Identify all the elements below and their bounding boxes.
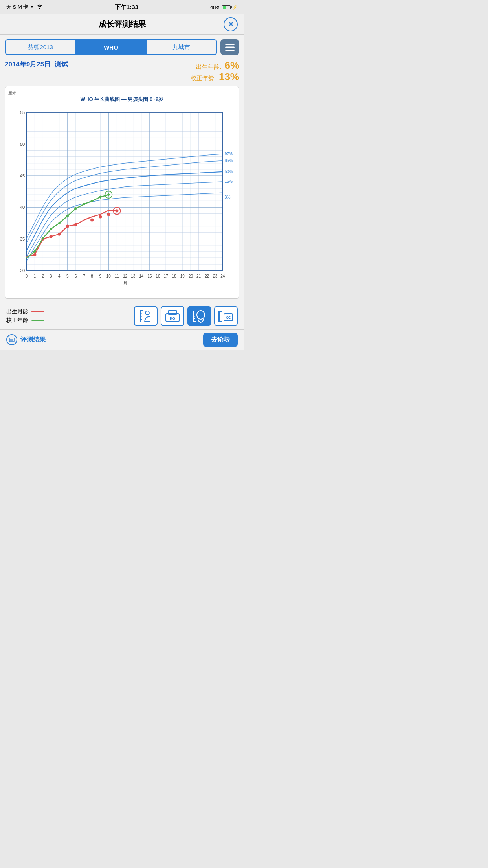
- percentile-info: 出生年龄: 6% 校正年龄: 13%: [191, 60, 239, 82]
- bottom-bar: 评测结果 去论坛: [0, 329, 244, 350]
- svg-text:KG: KG: [170, 316, 175, 320]
- svg-rect-130: [140, 316, 142, 317]
- status-time: 下午1:33: [115, 4, 138, 11]
- svg-rect-149: [218, 314, 220, 315]
- evaluation-icon: [6, 334, 17, 345]
- svg-rect-140: [193, 321, 196, 322]
- svg-text:45: 45: [20, 173, 25, 178]
- svg-rect-131: [140, 319, 142, 320]
- svg-point-106: [50, 235, 53, 238]
- svg-point-109: [74, 223, 77, 226]
- segmented-control: 芬顿2013 WHO 九城市: [5, 39, 217, 55]
- seg-jiuchengshi[interactable]: 九城市: [147, 40, 216, 54]
- close-button[interactable]: ✕: [224, 17, 238, 31]
- svg-text:13: 13: [131, 274, 136, 278]
- svg-text:KG: KG: [226, 316, 231, 320]
- info-row: 2014年9月25日 测试 出生年龄: 6% 校正年龄: 13%: [5, 59, 239, 83]
- svg-rect-143: [193, 318, 195, 319]
- svg-text:21: 21: [196, 274, 201, 278]
- charging-icon: ⚡: [232, 5, 238, 10]
- svg-text:3: 3: [50, 274, 52, 278]
- legend: 出生月龄 校正年龄: [6, 308, 44, 324]
- corrected-age-label: 校正年龄:: [191, 74, 216, 82]
- page-title: 成长评测结果: [99, 19, 146, 29]
- svg-text:9: 9: [99, 274, 101, 278]
- no-sim-label: 无 SIM 卡 ✦: [6, 4, 34, 11]
- birth-age-value: 6%: [224, 60, 239, 71]
- svg-text:8: 8: [91, 274, 93, 278]
- legend-corrected-line: [31, 320, 44, 321]
- legend-birth-line: [31, 311, 44, 312]
- bottom-left: 评测结果: [6, 334, 46, 345]
- svg-rect-1: [225, 47, 235, 48]
- status-left: 无 SIM 卡 ✦: [6, 4, 43, 11]
- svg-text:15%: 15%: [225, 179, 233, 184]
- legend-actions-row: 出生月龄 校正年龄: [5, 303, 239, 329]
- svg-rect-151: [218, 319, 220, 320]
- seg-fenton[interactable]: 芬顿2013: [6, 40, 76, 54]
- evaluation-label: 评测结果: [20, 336, 46, 344]
- svg-text:12: 12: [123, 274, 128, 278]
- svg-text:18: 18: [172, 274, 177, 278]
- svg-text:20: 20: [189, 274, 193, 278]
- svg-point-112: [107, 213, 110, 216]
- legend-birth-age: 出生月龄: [6, 308, 44, 315]
- svg-text:50: 50: [20, 142, 25, 147]
- svg-text:月: 月: [123, 281, 127, 286]
- svg-rect-154: [9, 338, 14, 342]
- list-view-button[interactable]: [220, 39, 239, 55]
- weight-button[interactable]: KG: [161, 306, 184, 326]
- length-weight-button[interactable]: KG: [214, 306, 238, 326]
- status-right: 48% ⚡: [210, 4, 238, 10]
- svg-rect-3: [7, 105, 237, 294]
- head-circumference-button[interactable]: [187, 306, 211, 326]
- svg-point-113: [115, 210, 118, 213]
- svg-text:0: 0: [25, 274, 28, 278]
- segmented-row: 芬顿2013 WHO 九城市: [5, 39, 239, 55]
- chart-title: WHO 生长曲线图 — 男孩头围 0~2岁: [81, 96, 163, 102]
- action-buttons: KG: [134, 306, 238, 326]
- svg-text:4: 4: [58, 274, 61, 278]
- wifi-icon: [37, 4, 43, 10]
- svg-text:30: 30: [20, 268, 25, 273]
- svg-point-132: [145, 311, 149, 315]
- svg-text:6: 6: [75, 274, 77, 278]
- svg-point-104: [33, 253, 36, 256]
- svg-rect-147: [218, 311, 222, 312]
- svg-rect-142: [193, 316, 195, 317]
- svg-text:19: 19: [180, 274, 185, 278]
- svg-text:35: 35: [20, 237, 25, 241]
- birth-age-label: 出生年龄:: [196, 63, 221, 71]
- svg-text:97%: 97%: [225, 152, 233, 156]
- svg-point-108: [66, 225, 69, 228]
- svg-rect-128: [140, 322, 143, 322]
- svg-text:17: 17: [163, 274, 168, 278]
- svg-text:50%: 50%: [225, 169, 233, 174]
- svg-text:2: 2: [42, 274, 44, 278]
- svg-text:14: 14: [139, 274, 144, 278]
- height-baby-button[interactable]: [134, 306, 158, 326]
- svg-rect-141: [193, 314, 195, 314]
- nav-bar: 成长评测结果 ✕: [0, 14, 244, 35]
- battery-percent: 48%: [210, 4, 220, 10]
- seg-who[interactable]: WHO: [76, 40, 146, 54]
- svg-rect-129: [140, 313, 142, 314]
- svg-rect-139: [193, 311, 196, 311]
- svg-text:55: 55: [20, 110, 25, 115]
- svg-point-111: [99, 215, 102, 219]
- svg-rect-148: [218, 321, 222, 322]
- svg-text:3%: 3%: [225, 195, 231, 199]
- growth-chart: 30 35 40 45 50 55 0 1 2 3 4 5 6 7 8 9 10…: [7, 105, 237, 294]
- date-name-label: 2014年9月25日 测试: [5, 60, 68, 69]
- svg-rect-2: [225, 50, 235, 51]
- svg-text:15: 15: [147, 274, 152, 278]
- svg-text:7: 7: [83, 274, 85, 278]
- goto-forum-button[interactable]: 去论坛: [203, 333, 238, 347]
- legend-birth-age-label: 出生月龄: [6, 308, 28, 315]
- svg-text:11: 11: [115, 274, 119, 278]
- corrected-age-value: 13%: [219, 71, 239, 83]
- chart-container: 厘米 WHO 生长曲线图 — 男孩头围 0~2岁: [5, 86, 239, 298]
- legend-corrected-age-label: 校正年龄: [6, 317, 28, 324]
- main-content: 芬顿2013 WHO 九城市 2014年9月25日 测试 出生年龄:: [0, 35, 244, 329]
- battery-icon: [222, 5, 231, 9]
